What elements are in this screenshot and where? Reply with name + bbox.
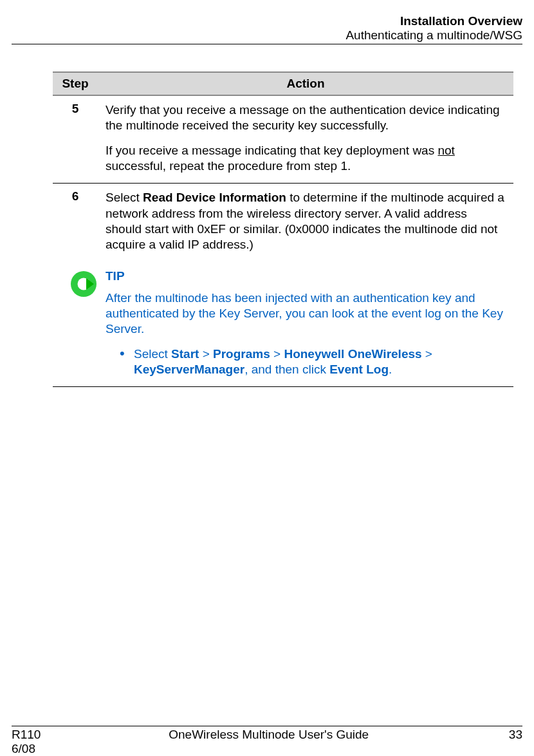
- table-row: 5 Verify that you receive a message on t…: [53, 95, 513, 184]
- tip-body: TIP After the multinode has been injecte…: [106, 269, 506, 378]
- tip-row: TIP After the multinode has been injecte…: [53, 262, 513, 387]
- footer-left: R110 6/08: [12, 728, 41, 756]
- bold-text: Read Device Information: [143, 191, 286, 204]
- tip-arrow-icon: [69, 270, 98, 298]
- tip-para: After the multinode has been injected wi…: [106, 290, 506, 337]
- footer-rev: R110: [12, 728, 41, 742]
- page-footer: R110 6/08 OneWireless Multinode User's G…: [12, 726, 522, 756]
- menu-keyservermanager: KeyServerManager: [134, 363, 244, 376]
- col-header-step: Step: [53, 72, 98, 95]
- text: .: [389, 363, 392, 376]
- tip-cell: TIP After the multinode has been injecte…: [98, 262, 513, 387]
- footer-date: 6/08: [12, 742, 41, 756]
- menu-start: Start: [171, 347, 199, 361]
- footer-rule: [12, 726, 522, 726]
- para: If you receive a message indicating that…: [106, 143, 506, 175]
- underline-text: not: [437, 144, 454, 157]
- menu-programs: Programs: [213, 347, 270, 361]
- header-subtitle: Authenticating a multinode/WSG: [12, 28, 522, 43]
- text: successful, repeat the procedure from st…: [106, 159, 351, 173]
- step-number: 5: [53, 95, 98, 184]
- text: Select: [134, 347, 171, 361]
- text: >: [199, 347, 213, 361]
- steps-table: Step Action 5 Verify that you receive a …: [53, 71, 513, 387]
- content-area: Step Action 5 Verify that you receive a …: [12, 46, 522, 387]
- tip-list-item: Select Start > Programs > Honeywell OneW…: [122, 346, 506, 378]
- text: If you receive a message indicating that…: [106, 144, 437, 157]
- step-action: Verify that you receive a message on the…: [98, 95, 513, 184]
- step-action: Select Read Device Information to determ…: [98, 184, 513, 262]
- para: Select Read Device Information to determ…: [106, 190, 506, 252]
- header-rule: [12, 44, 522, 44]
- menu-honeywell: Honeywell OneWireless: [284, 347, 421, 361]
- text: Select: [106, 191, 143, 204]
- tip-title: TIP: [106, 269, 506, 284]
- header-title: Installation Overview: [12, 14, 522, 28]
- footer-center: OneWireless Multinode User's Guide: [41, 728, 497, 742]
- footer-page-num: 33: [497, 728, 522, 742]
- text: , and then click: [244, 363, 329, 376]
- col-header-action: Action: [98, 72, 513, 95]
- menu-eventlog: Event Log: [329, 363, 389, 376]
- table-row: 6 Select Read Device Information to dete…: [53, 184, 513, 262]
- para: Verify that you receive a message on the…: [106, 102, 506, 134]
- page-header: Installation Overview Authenticating a m…: [12, 14, 522, 44]
- text: >: [270, 347, 284, 361]
- text: >: [422, 347, 432, 361]
- step-number: 6: [53, 184, 98, 262]
